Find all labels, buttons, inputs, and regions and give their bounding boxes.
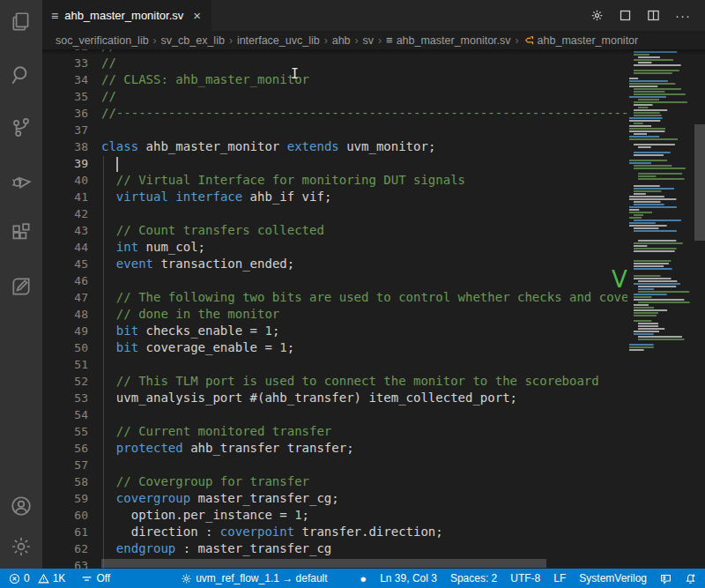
code-line[interactable]: 46 — [42, 272, 627, 289]
breadcrumb-item[interactable]: soc_verification_lib — [56, 34, 149, 47]
code-line[interactable]: 53 uvm_analysis_port #(ahb_transfer) ite… — [42, 390, 627, 406]
line-number[interactable]: 60 — [42, 507, 88, 524]
line-number[interactable]: 51 — [42, 356, 88, 373]
line-number[interactable]: 46 — [42, 272, 88, 289]
code-line[interactable]: 42 — [42, 205, 627, 222]
bell-icon[interactable] — [685, 573, 696, 584]
line-number[interactable]: 34 — [42, 71, 88, 88]
code-line[interactable]: 39 — [42, 155, 627, 172]
line-number[interactable]: 43 — [42, 222, 88, 239]
tab-ahb-master-monitor[interactable]: ≡ ahb_master_monitor.sv × — [42, 0, 212, 31]
encoding-status[interactable]: UTF-8 — [510, 572, 540, 584]
line-number[interactable]: 36 — [42, 105, 88, 122]
eol-status[interactable]: LF — [553, 572, 566, 584]
editor[interactable]: 32//33//34// CLASS: ahb_master_monitor35… — [42, 49, 705, 569]
breadcrumb-item[interactable]: sv — [363, 34, 375, 47]
line-number[interactable]: 40 — [42, 172, 88, 189]
build-config-status[interactable]: uvm_ref_flow_1.1 → default — [181, 572, 327, 584]
code-line[interactable]: 59 covergroup master_transfer_cg; — [42, 490, 627, 507]
code-line[interactable]: 34// CLASS: ahb_master_monitor — [42, 71, 627, 88]
code-line[interactable]: 61 direction : coverpoint transfer.direc… — [42, 524, 627, 540]
line-number[interactable]: 48 — [42, 306, 88, 323]
code-line[interactable]: 56 protected ahb_transfer transfer; — [42, 440, 627, 457]
code-line[interactable]: 48 // done in the monitor — [42, 306, 627, 323]
feedback-icon[interactable] — [660, 573, 672, 584]
breadcrumb-item[interactable]: ahb — [332, 34, 351, 47]
source-control-icon[interactable] — [10, 116, 33, 139]
code-line[interactable]: 40 // Virtual Interface for monitoring D… — [42, 172, 627, 189]
line-number[interactable]: 55 — [42, 423, 88, 440]
breadcrumb-item[interactable]: interface_uvc_lib — [237, 34, 320, 47]
code-line[interactable]: 33// — [42, 55, 627, 71]
line-number[interactable]: 54 — [42, 406, 88, 423]
line-number[interactable]: 61 — [42, 524, 88, 540]
files-icon[interactable] — [10, 11, 33, 33]
layout-icon[interactable] — [619, 9, 632, 22]
code-line[interactable]: 37 — [42, 122, 627, 138]
line-number[interactable]: 50 — [42, 339, 88, 356]
more-actions-icon[interactable]: ··· — [675, 8, 691, 23]
problems-status[interactable]: 0 1K — [9, 572, 65, 584]
line-number[interactable]: 47 — [42, 289, 88, 306]
line-number[interactable]: 44 — [42, 239, 88, 256]
code-line[interactable]: 47 // The following two bits are used to… — [42, 289, 627, 306]
breadcrumb-item[interactable]: sv_cb_ex_lib — [161, 34, 225, 47]
line-number[interactable]: 63 — [42, 557, 88, 569]
line-number[interactable]: 57 — [42, 457, 88, 473]
code-line[interactable]: 55 // Current monitored transfer — [42, 423, 627, 440]
horizontal-scrollbar[interactable] — [101, 559, 546, 568]
line-number[interactable]: 62 — [42, 540, 88, 557]
minimap[interactable] — [627, 49, 694, 569]
code-line[interactable]: 50 bit coverage_enable = 1; — [42, 339, 627, 356]
extensions-icon[interactable] — [10, 222, 33, 245]
run-debug-icon[interactable] — [10, 169, 33, 192]
code-line[interactable]: 51 — [42, 356, 627, 373]
line-number[interactable]: 52 — [42, 373, 88, 390]
code-line[interactable]: 54 — [42, 406, 627, 423]
line-number[interactable]: 56 — [42, 440, 88, 457]
code-line[interactable]: 57 — [42, 457, 627, 473]
code-line[interactable]: 52 // This TLM port is used to connect t… — [42, 373, 627, 390]
line-number[interactable]: 37 — [42, 122, 88, 138]
line-number[interactable]: 33 — [42, 55, 88, 71]
code-line[interactable]: 36//------------------------------------… — [42, 105, 627, 122]
line-number[interactable]: 49 — [42, 323, 88, 339]
code-line[interactable]: 60 option.per_instance = 1; — [42, 507, 627, 524]
account-icon[interactable] — [10, 495, 33, 517]
breadcrumb-file[interactable]: ahb_master_monitor.sv — [397, 34, 511, 47]
indentation-status[interactable]: Spaces: 2 — [450, 572, 497, 584]
language-mode-status[interactable]: SystemVerilog — [579, 572, 647, 584]
code-line[interactable]: 43 // Count transfers collected — [42, 222, 627, 239]
record-circle-icon[interactable]: ● — [360, 573, 367, 584]
line-number[interactable]: 38 — [42, 138, 88, 155]
line-number[interactable]: 53 — [42, 390, 88, 406]
line-number[interactable]: 45 — [42, 256, 88, 272]
code-line[interactable]: 45 event transaction_ended; — [42, 256, 627, 272]
split-editor-icon[interactable] — [647, 9, 660, 22]
tab-close-icon[interactable]: × — [193, 8, 201, 23]
tab-bar: ≡ ahb_master_monitor.sv × ··· — [42, 0, 705, 31]
vertical-scrollbar[interactable] — [694, 49, 705, 569]
fade-off-status[interactable]: Off — [81, 572, 110, 584]
line-number[interactable]: 41 — [42, 189, 88, 205]
line-number[interactable]: 39 — [42, 155, 88, 172]
notebook-pencil-icon[interactable] — [10, 275, 33, 298]
line-number[interactable]: 58 — [42, 473, 88, 490]
code-line[interactable]: 35// — [42, 88, 627, 105]
line-number[interactable]: 42 — [42, 205, 88, 222]
vertical-scrollbar-thumb[interactable] — [694, 124, 705, 241]
line-col-status[interactable]: Ln 39, Col 3 — [380, 572, 437, 584]
code-line[interactable]: 62 endgroup : master_transfer_cg — [42, 540, 627, 557]
code-line[interactable]: 38class ahb_master_monitor extends uvm_m… — [42, 138, 627, 155]
line-number[interactable]: 35 — [42, 88, 88, 105]
line-number[interactable]: 59 — [42, 490, 88, 507]
gear-icon[interactable] — [590, 9, 604, 22]
code-line[interactable]: 49 bit checks_enable = 1; — [42, 323, 627, 339]
code-line[interactable]: 41 virtual interface ahb_if vif; — [42, 189, 627, 205]
breadcrumb-symbol[interactable]: ahb_master_monitor — [538, 34, 639, 47]
code-line[interactable]: 58 // Covergroup for transfer — [42, 473, 627, 490]
settings-gear-icon[interactable] — [10, 535, 33, 558]
search-icon[interactable] — [10, 63, 33, 86]
horizontal-scrollbar-thumb[interactable] — [101, 559, 546, 568]
code-line[interactable]: 44 int num_col; — [42, 239, 627, 256]
